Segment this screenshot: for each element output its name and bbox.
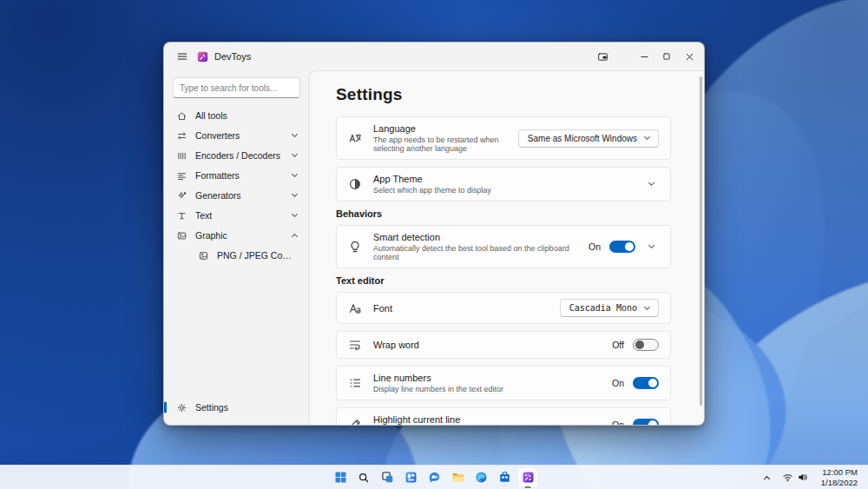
page-title: Settings [336,85,671,104]
chevron-down-icon [292,211,298,217]
system-tray: 12:00 PM 1/18/2022 [761,466,865,489]
chat-button[interactable] [424,467,444,488]
chevron-down-icon [292,171,298,177]
setting-row-font: Font Cascadia Mono [336,292,671,324]
toggle-state-label: On [612,378,624,388]
chevron-down-icon [292,151,298,157]
taskbar-date: 1/18/2022 [821,478,858,488]
app-theme-expander[interactable] [644,180,659,188]
nav-menu-button[interactable] [171,46,194,67]
sidebar-nav: All tools Converters Encoders / Decoders… [164,103,309,397]
toggle-state-label: On [589,241,601,252]
setting-row-highlight-current-line: Highlight current line Change the backgr… [336,407,671,425]
font-dropdown[interactable]: Cascadia Mono [560,299,659,317]
setting-row-language: Language The app needs to be restarted w… [336,116,671,160]
sidebar-item-generators[interactable]: Generators [168,186,305,205]
clock-button[interactable]: 12:00 PM 1/18/2022 [818,465,861,489]
setting-row-line-numbers: Line numbers Display line numbers in the… [336,366,671,400]
search-icon [358,472,370,484]
chevron-down-icon [644,303,650,309]
smart-detection-toggle[interactable] [609,241,635,253]
search-box[interactable] [173,77,300,98]
chevron-down-icon [292,191,298,197]
task-view-button[interactable] [377,467,398,488]
setting-title: App Theme [373,174,644,184]
sidebar-item-png-jpeg-compressor[interactable]: PNG / JPEG Compressor [168,246,305,265]
home-icon [176,110,187,122]
taskbar: 12:00 PM 1/18/2022 [0,465,868,489]
devtoys-window: DevToys All tools Converters [163,42,705,426]
line-numbers-icon [348,376,362,390]
setting-row-wrap-word: Wrap word Off [336,331,671,359]
store-icon [498,471,511,484]
sidebar-item-text[interactable]: Text [168,206,305,225]
setting-row-app-theme[interactable]: App Theme Select which app theme to disp… [336,167,671,202]
devtoys-icon [522,471,535,484]
section-header-text-editor: Text editor [336,275,671,286]
sidebar-item-encoders-decoders[interactable]: Encoders / Decoders [168,146,305,165]
close-button[interactable] [678,46,700,67]
chevron-down-icon [644,134,650,140]
devtoys-app-icon [197,51,208,63]
file-explorer-icon [451,471,464,484]
widgets-icon [404,471,418,484]
section-header-behaviors: Behaviors [336,208,671,219]
setting-title: Line numbers [373,373,612,383]
setting-row-smart-detection[interactable]: Smart detection Automatically detect the… [336,225,671,268]
language-dropdown[interactable]: Same as Microsoft Windows [518,129,659,148]
setting-title: Font [373,303,560,314]
settings-page: Settings Language The app needs to be re… [309,70,704,425]
devtoys-taskbar-button[interactable] [517,467,538,488]
running-app-indicator [525,486,531,488]
toggle-state-label: Off [612,340,624,350]
search-input[interactable] [180,83,294,93]
toggle-state-label: On [612,420,624,425]
chat-icon [428,471,441,484]
file-explorer-button[interactable] [447,467,468,488]
converters-icon [176,130,187,142]
wifi-icon [782,472,793,483]
hidden-icons-button[interactable] [761,472,773,484]
sidebar-item-all-tools[interactable]: All tools [168,106,305,125]
chevron-down-icon [648,242,654,248]
graphic-icon [176,230,187,241]
gear-icon [176,402,187,413]
sidebar-item-graphic[interactable]: Graphic [168,226,305,245]
line-numbers-toggle[interactable] [633,377,659,389]
language-icon [348,131,362,145]
setting-description: Select which app theme to display [373,186,644,195]
sidebar-item-converters[interactable]: Converters [168,126,305,145]
sidebar-item-formatters[interactable]: Formatters [168,166,305,185]
minimize-button[interactable] [633,46,655,67]
chevron-up-icon [292,234,298,240]
maximize-button[interactable] [655,46,678,67]
edge-button[interactable] [470,467,491,488]
taskbar-center [330,466,538,489]
wrap-word-toggle[interactable] [633,339,659,351]
chevron-up-icon [764,475,770,481]
start-button[interactable] [330,467,351,488]
network-volume-button[interactable] [779,469,812,486]
taskbar-search-button[interactable] [353,467,374,488]
store-button[interactable] [494,467,515,488]
highlighter-icon [348,418,362,425]
chevron-down-icon [648,180,654,186]
theme-icon [348,177,362,191]
selection-indicator [164,402,167,413]
start-icon [334,471,347,484]
scrollbar-thumb[interactable] [700,76,702,406]
smart-detection-expander[interactable] [644,242,659,251]
encoders-icon [176,150,187,162]
compact-overlay-button[interactable] [591,46,614,67]
font-icon [348,301,362,315]
setting-title: Smart detection [373,232,589,242]
setting-title: Wrap word [373,340,612,350]
highlight-current-line-toggle[interactable] [633,419,659,425]
titlebar: DevToys [164,43,704,70]
desktop: DevToys All tools Converters [0,0,868,489]
widgets-button[interactable] [400,467,421,488]
setting-description: The app needs to be restarted when selec… [373,135,518,153]
content-scrollbar[interactable] [700,76,702,420]
image-icon [198,250,209,261]
sidebar-item-settings[interactable]: Settings [168,398,305,417]
